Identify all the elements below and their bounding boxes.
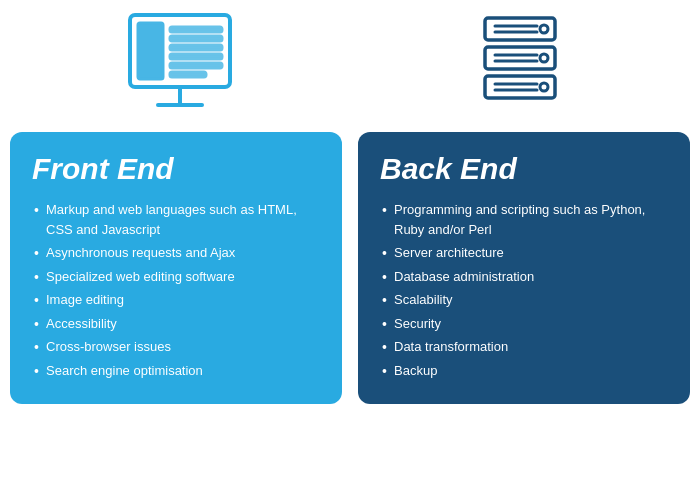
back-end-card: Back End Programming and scripting such … <box>358 132 690 404</box>
front-end-list: Markup and web languages such as HTML, C… <box>32 200 320 380</box>
back-end-icon-wrapper <box>350 10 690 124</box>
list-item: Security <box>380 314 668 334</box>
front-end-title: Front End <box>32 152 320 186</box>
svg-rect-2 <box>170 27 222 32</box>
svg-rect-10 <box>485 18 555 40</box>
monitor-icon <box>120 10 240 124</box>
front-end-card: Front End Markup and web languages such … <box>10 132 342 404</box>
list-item: Data transformation <box>380 337 668 357</box>
list-item: Asynchronous requests and Ajax <box>32 243 320 263</box>
main-container: Front End Markup and web languages such … <box>10 0 690 404</box>
svg-rect-1 <box>138 23 163 79</box>
cards-row: Front End Markup and web languages such … <box>10 132 690 404</box>
svg-point-21 <box>540 83 548 91</box>
svg-point-17 <box>540 54 548 62</box>
list-item: Markup and web languages such as HTML, C… <box>32 200 320 239</box>
list-item: Programming and scripting such as Python… <box>380 200 668 239</box>
list-item: Server architecture <box>380 243 668 263</box>
list-item: Backup <box>380 361 668 381</box>
list-item: Specialized web editing software <box>32 267 320 287</box>
list-item: Accessibility <box>32 314 320 334</box>
svg-rect-7 <box>170 72 206 77</box>
list-item: Search engine optimisation <box>32 361 320 381</box>
svg-rect-14 <box>485 47 555 69</box>
list-item: Scalability <box>380 290 668 310</box>
svg-rect-6 <box>170 63 222 68</box>
list-item: Image editing <box>32 290 320 310</box>
svg-point-13 <box>540 25 548 33</box>
back-end-title: Back End <box>380 152 668 186</box>
front-end-icon-wrapper <box>10 10 350 124</box>
icons-row <box>10 10 690 124</box>
list-item: Cross-browser issues <box>32 337 320 357</box>
svg-rect-18 <box>485 76 555 98</box>
svg-rect-5 <box>170 54 222 59</box>
server-icon <box>460 10 580 124</box>
list-item: Database administration <box>380 267 668 287</box>
svg-rect-3 <box>170 36 222 41</box>
back-end-list: Programming and scripting such as Python… <box>380 200 668 380</box>
svg-rect-4 <box>170 45 222 50</box>
